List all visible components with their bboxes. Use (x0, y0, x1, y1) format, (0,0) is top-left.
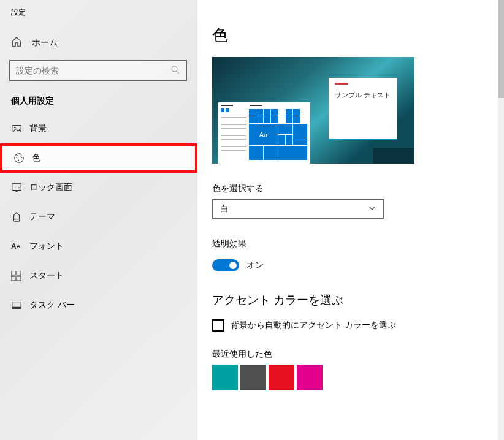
recent-colors-row (212, 365, 504, 390)
recent-colors-label: 最近使用した色 (212, 332, 504, 365)
sidebar: 設定 ホーム 個人用設定 背景 (0, 0, 197, 440)
svg-rect-17 (17, 276, 21, 281)
sidebar-item-fonts[interactable]: AA フォント (0, 232, 197, 261)
taskbar-icon (11, 300, 29, 311)
home-icon (11, 36, 32, 49)
svg-rect-19 (12, 307, 21, 309)
lockscreen-icon (11, 182, 29, 193)
theme-icon (11, 211, 29, 222)
accent-auto-label: 背景から自動的にアクセント カラーを選ぶ (231, 320, 396, 331)
sidebar-item-lockscreen[interactable]: ロック画面 (0, 173, 197, 202)
svg-rect-12 (18, 188, 20, 189)
window-title: 設定 (0, 0, 197, 18)
sidebar-item-taskbar[interactable]: タスク バー (0, 290, 197, 320)
color-select[interactable]: 白 (212, 199, 384, 219)
sidebar-item-label: 色 (32, 153, 40, 164)
sidebar-item-label: スタート (29, 270, 64, 281)
image-icon (11, 123, 29, 134)
search-box[interactable] (9, 60, 187, 81)
preview-sample-window: サンプル テキスト (329, 78, 397, 140)
svg-point-4 (172, 66, 177, 72)
vertical-scrollbar[interactable] (498, 0, 504, 440)
search-input[interactable] (16, 66, 163, 75)
recent-color-swatch[interactable] (212, 365, 238, 390)
sidebar-item-background[interactable]: 背景 (0, 114, 197, 143)
sidebar-item-themes[interactable]: テーマ (0, 202, 197, 232)
preview: サンプル テキスト (212, 57, 414, 164)
color-select-value: 白 (220, 203, 229, 214)
accent-auto-checkbox[interactable] (212, 319, 224, 332)
svg-rect-14 (11, 271, 15, 275)
sidebar-item-label: フォント (29, 241, 64, 252)
palette-icon (13, 153, 32, 164)
recent-color-swatch[interactable] (269, 365, 294, 390)
main-panel: 色 サンプル テキスト (197, 0, 504, 440)
home-button[interactable]: ホーム (0, 18, 197, 60)
recent-color-swatch[interactable] (240, 365, 266, 390)
section-header: 個人用設定 (0, 81, 197, 114)
sidebar-item-label: タスク バー (29, 300, 75, 311)
font-icon: AA (11, 242, 29, 251)
preview-sample-text: サンプル テキスト (335, 91, 391, 100)
transparency-state: オン (246, 260, 264, 271)
color-select-label: 色を選択する (212, 164, 504, 199)
svg-point-8 (17, 157, 18, 158)
scrollbar-thumb[interactable] (498, 0, 504, 98)
sidebar-item-label: テーマ (29, 211, 55, 222)
sidebar-item-label: ロック画面 (29, 182, 72, 193)
recent-color-swatch[interactable] (297, 365, 323, 390)
svg-point-7 (14, 127, 15, 128)
search-icon (170, 65, 180, 77)
accent-heading: アクセント カラーを選ぶ (212, 271, 504, 319)
svg-rect-16 (11, 276, 15, 281)
preview-start-menu: Aa (218, 102, 310, 164)
sidebar-item-label: 背景 (29, 123, 47, 134)
transparency-toggle[interactable] (212, 259, 239, 271)
svg-rect-15 (17, 271, 21, 275)
start-icon (11, 271, 29, 281)
sidebar-item-start[interactable]: スタート (0, 261, 197, 290)
sidebar-item-colors[interactable]: 色 (0, 143, 197, 173)
transparency-label: 透明効果 (212, 219, 504, 254)
chevron-down-icon (368, 204, 376, 214)
preview-aa-tile: Aa (249, 124, 278, 145)
svg-point-9 (17, 155, 18, 156)
home-label: ホーム (32, 37, 58, 48)
svg-point-10 (18, 160, 19, 161)
page-title: 色 (212, 0, 504, 57)
svg-line-5 (177, 71, 179, 74)
